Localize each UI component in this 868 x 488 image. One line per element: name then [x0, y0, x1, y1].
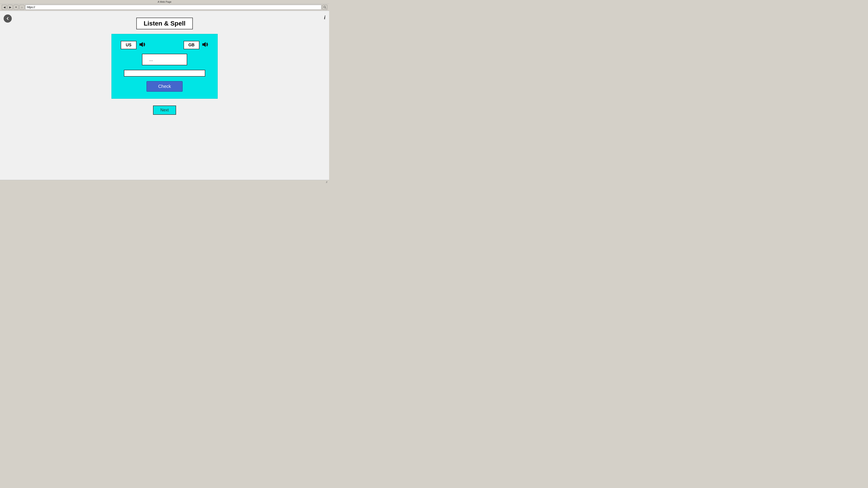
svg-marker-3 — [202, 42, 206, 47]
forward-button[interactable]: ▶ — [8, 5, 13, 10]
gb-label-box: GB — [184, 41, 199, 49]
us-speaker-button[interactable] — [139, 41, 146, 49]
word-display: ... — [142, 54, 187, 65]
back-button[interactable]: ◀ — [2, 5, 7, 10]
close-button[interactable]: ✕ — [13, 5, 19, 10]
next-button[interactable]: Next — [153, 105, 176, 115]
gb-group: GB — [184, 41, 209, 49]
page-content: i Listen & Spell US GB — [0, 11, 329, 180]
gb-speaker-button[interactable] — [202, 41, 209, 49]
browser-title: A Web Page — [158, 0, 172, 3]
page-back-button[interactable] — [4, 14, 12, 23]
main-panel: US GB — [112, 34, 218, 99]
svg-point-0 — [324, 6, 326, 8]
address-bar[interactable] — [25, 5, 321, 10]
browser-title-bar: A Web Page — [0, 0, 329, 4]
page-title: Listen & Spell — [136, 18, 193, 29]
home-button[interactable]: ⌂ — [20, 5, 24, 10]
svg-line-1 — [325, 8, 326, 8]
accent-row: US GB — [119, 41, 211, 49]
answer-input[interactable] — [124, 70, 205, 76]
svg-marker-2 — [140, 42, 143, 47]
us-group: US — [121, 41, 146, 49]
us-label-box: US — [121, 41, 136, 49]
status-bar: // — [0, 180, 329, 184]
status-text: // — [326, 181, 327, 184]
browser-toolbar: ◀ ▶ ✕ ⌂ — [0, 4, 329, 11]
search-button[interactable] — [322, 5, 327, 10]
info-button[interactable]: i — [324, 14, 326, 21]
check-button[interactable]: Check — [147, 81, 183, 92]
